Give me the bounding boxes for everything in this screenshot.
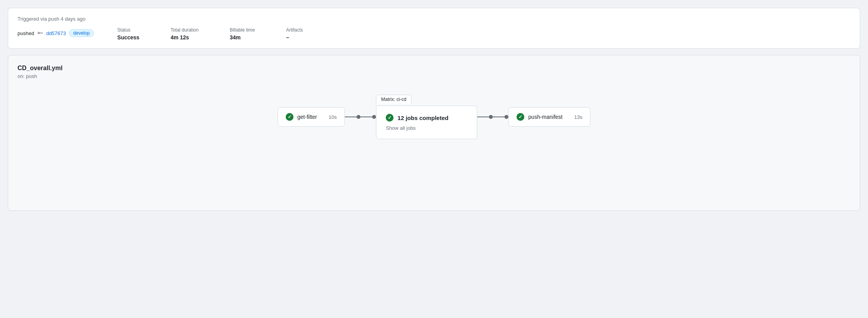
billable-meta: Billable time 34m [230,27,255,41]
dot-2b [504,115,508,119]
status-value: Success [117,34,139,41]
meta-row: Status Success Total duration 4m 12s Bil… [117,27,303,41]
push-label: pushed [18,30,34,36]
status-meta: Status Success [117,27,139,41]
duration-meta: Total duration 4m 12s [170,27,199,41]
pipeline: get-filter 10s Matrix: ci-cd 12 jobs com… [18,95,850,139]
commit-icon: ⊸ [37,29,43,37]
branch-badge[interactable]: develop [69,29,94,37]
success-icon-get-filter [286,113,293,121]
success-icon-matrix [386,114,394,122]
job-name-get-filter: get-filter [297,114,317,120]
trigger-row: Triggered via push 4 days ago [18,16,850,22]
top-card: Triggered via push 4 days ago pushed ⊸ d… [8,8,860,49]
commit-hash[interactable]: dd57673 [46,30,66,36]
artifacts-label: Artifacts [286,27,303,33]
billable-label: Billable time [230,27,255,33]
push-details: pushed ⊸ dd57673 develop [18,29,94,37]
connector-1 [345,115,376,119]
workflow-title: CD_overall.yml [18,65,850,72]
line-1a [345,117,357,117]
matrix-box: 12 jobs completed Show all jobs [376,106,477,139]
status-label: Status [117,27,139,33]
duration-label: Total duration [170,27,199,33]
dot-1b [372,115,376,119]
job-duration-push-manifest: 13s [574,114,582,120]
line-1b [360,117,372,117]
workflow-subtitle: on: push [18,73,850,79]
job-get-filter[interactable]: get-filter 10s [278,107,345,127]
dot-2a [489,115,493,119]
line-2b [493,117,504,117]
matrix-jobs-row: 12 jobs completed [386,114,467,122]
workflow-card: CD_overall.yml on: push get-filter 10s M… [8,55,860,211]
trigger-text: Triggered via push 4 days ago [18,16,85,22]
matrix-container: Matrix: ci-cd 12 jobs completed Show all… [376,106,477,139]
connector-2 [477,115,508,119]
dot-1a [357,115,360,119]
matrix-jobs-text: 12 jobs completed [397,115,448,121]
artifacts-value: – [286,34,303,41]
job-name-push-manifest: push-manifest [528,114,562,120]
billable-value: 34m [230,34,255,41]
matrix-tab: Matrix: ci-cd [376,95,411,104]
artifacts-meta: Artifacts – [286,27,303,41]
line-2a [477,117,489,117]
success-icon-push-manifest [517,113,524,121]
show-all-jobs-link[interactable]: Show all jobs [386,125,416,131]
job-duration-get-filter: 10s [329,114,337,120]
job-push-manifest[interactable]: push-manifest 13s [508,107,590,127]
duration-value: 4m 12s [170,34,199,41]
